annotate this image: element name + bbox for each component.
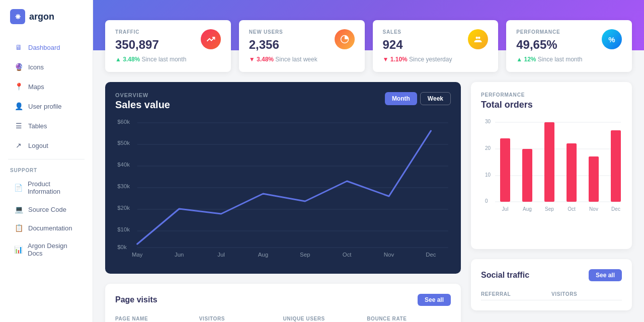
stat-since-sales: Since yesterday: [409, 56, 452, 63]
stat-footer-traffic: ▲ 3.48% Since last month: [115, 56, 221, 63]
sidebar-item-label: Icons: [28, 63, 44, 71]
sidebar-item-logout[interactable]: ↗ Logout: [4, 136, 89, 155]
svg-text:Nov: Nov: [589, 206, 598, 212]
stat-since-traffic: Since last month: [142, 56, 187, 63]
sales-chart-svg-container: $60k $50k $40k $30k $20k $10k $0k: [115, 116, 451, 264]
sidebar-navigation: 🖥 Dashboard 🔮 Icons 📍 Maps 👤 User profil…: [0, 33, 93, 322]
sidebar-logo: ❋ argon: [0, 0, 93, 33]
sidebar-item-label: Documentation: [28, 224, 72, 232]
stat-icon-performance: %: [602, 29, 622, 49]
svg-text:0: 0: [485, 198, 488, 204]
month-button[interactable]: Month: [385, 92, 417, 105]
stat-footer-newusers: ▼ 3.48% Since last week: [249, 56, 355, 63]
svg-text:May: May: [132, 252, 143, 258]
orders-chart-card: PERFORMANCE Total orders 30 20 10 0: [471, 82, 632, 249]
social-traffic-see-all[interactable]: See all: [589, 269, 622, 281]
orders-overview: PERFORMANCE: [481, 92, 622, 98]
svg-text:Nov: Nov: [384, 252, 394, 258]
col-referral: REFERRAL: [481, 291, 551, 297]
sidebar-item-label: Maps: [28, 83, 44, 91]
sidebar-divider: [8, 159, 85, 159]
support-section-label: SUPPORT: [0, 164, 93, 175]
svg-text:Aug: Aug: [258, 252, 268, 258]
sidebar-item-argon-docs[interactable]: 📊 Argon Design Docs: [4, 237, 89, 262]
stat-change-performance: ▲ 12%: [516, 56, 536, 63]
svg-text:$10k: $10k: [117, 226, 130, 232]
stats-row: TRAFFIC 350,897 ▲ 3.48% Since last month…: [93, 20, 644, 72]
sales-chart-overview: OVERVIEW: [115, 92, 170, 98]
svg-text:$50k: $50k: [117, 140, 130, 146]
sidebar-item-tables[interactable]: ☰ Tables: [4, 116, 89, 135]
sidebar-item-label: Logout: [28, 142, 48, 149]
bar-sep: [544, 122, 554, 202]
svg-point-2: [478, 37, 480, 39]
social-traffic-table-header: REFERRAL VISITORS: [481, 288, 622, 300]
sales-chart-card: OVERVIEW Sales value Month Week $60k $50…: [105, 82, 461, 274]
sidebar-item-icons[interactable]: 🔮 Icons: [4, 57, 89, 76]
sidebar: ❋ argon 🖥 Dashboard 🔮 Icons 📍 Maps 👤 Use…: [0, 0, 93, 322]
stat-change-newusers: ▼ 3.48%: [249, 56, 274, 63]
svg-text:Jul: Jul: [217, 252, 225, 258]
sidebar-item-documentation[interactable]: 📋 Documentation: [4, 219, 89, 237]
bar-oct: [567, 143, 577, 202]
stat-value-traffic: 350,897: [115, 38, 159, 52]
sidebar-item-source-code[interactable]: 💻 Source Code: [4, 200, 89, 218]
sidebar-item-label: Product Information: [28, 180, 78, 195]
svg-text:Jul: Jul: [502, 206, 509, 212]
stat-label-newusers: NEW USERS: [249, 29, 283, 35]
svg-text:$30k: $30k: [117, 183, 130, 189]
col-page-name: PAGE NAME: [115, 316, 199, 321]
svg-text:Jun: Jun: [175, 252, 184, 258]
svg-text:Aug: Aug: [523, 206, 532, 212]
orders-title: Total orders: [481, 100, 622, 110]
sidebar-item-maps[interactable]: 📍 Maps: [4, 77, 89, 96]
stat-since-performance: Since last month: [538, 56, 583, 63]
svg-point-1: [476, 37, 478, 39]
logo-icon: ❋: [10, 9, 25, 24]
sidebar-item-label: Source Code: [28, 206, 66, 213]
svg-text:10: 10: [485, 172, 491, 178]
svg-text:$60k: $60k: [117, 119, 130, 125]
col-bounce-rate: BOUNCE RATE: [367, 316, 451, 321]
product-icon: 📄: [14, 183, 23, 192]
source-icon: 💻: [14, 205, 23, 214]
argon-docs-icon: 📊: [14, 245, 23, 254]
main-content: TRAFFIC 350,897 ▲ 3.48% Since last month…: [93, 0, 644, 322]
stat-icon-traffic: [201, 29, 221, 49]
logout-icon: ↗: [14, 141, 23, 150]
page-visits-see-all[interactable]: See all: [418, 294, 451, 306]
stat-icon-newusers: [335, 29, 355, 49]
stat-label-traffic: TRAFFIC: [115, 29, 159, 35]
sidebar-item-dashboard[interactable]: 🖥 Dashboard: [4, 38, 89, 57]
stat-footer-sales: ▼ 1.10% Since yesterday: [383, 56, 489, 63]
week-button[interactable]: Week: [420, 92, 451, 105]
stat-label-sales: SALES: [383, 29, 403, 35]
bar-nov: [589, 156, 599, 202]
stat-card-sales: SALES 924 ▼ 1.10% Since yesterday: [373, 20, 499, 72]
stat-change-traffic: ▲ 3.48%: [115, 56, 140, 63]
sidebar-item-product-info[interactable]: 📄 Product Information: [4, 176, 89, 200]
sales-chart-title: Sales value: [115, 99, 170, 111]
stat-card-newusers: NEW USERS 2,356 ▼ 3.48% Since last week: [239, 20, 365, 72]
svg-text:$20k: $20k: [117, 205, 130, 211]
sales-chart-btn-group: Month Week: [385, 92, 451, 105]
stat-icon-sales: [468, 29, 488, 49]
col-visitors: VISITORS: [199, 316, 283, 321]
stat-card-performance: PERFORMANCE 49,65% % ▲ 12% Since last mo…: [506, 20, 632, 72]
col-visitors: VISITORS: [551, 291, 622, 297]
sidebar-item-label: Tables: [28, 122, 47, 130]
svg-text:$0k: $0k: [117, 244, 127, 250]
tables-icon: ☰: [14, 121, 23, 130]
svg-text:Oct: Oct: [568, 206, 576, 212]
page-visits-card: Page visits See all PAGE NAME VISITORS U…: [105, 284, 461, 322]
maps-icon: 📍: [14, 82, 23, 91]
col-unique-users: UNIQUE USERS: [283, 316, 367, 321]
bar-dec: [611, 130, 621, 202]
stat-value-sales: 924: [383, 38, 403, 52]
content-area: OVERVIEW Sales value Month Week $60k $50…: [93, 72, 644, 322]
bar-jul: [500, 138, 510, 202]
stat-value-newusers: 2,356: [249, 38, 283, 52]
sidebar-item-userprofile[interactable]: 👤 User profile: [4, 97, 89, 116]
stat-footer-performance: ▲ 12% Since last month: [516, 56, 622, 63]
sidebar-item-label: Dashboard: [28, 44, 60, 51]
